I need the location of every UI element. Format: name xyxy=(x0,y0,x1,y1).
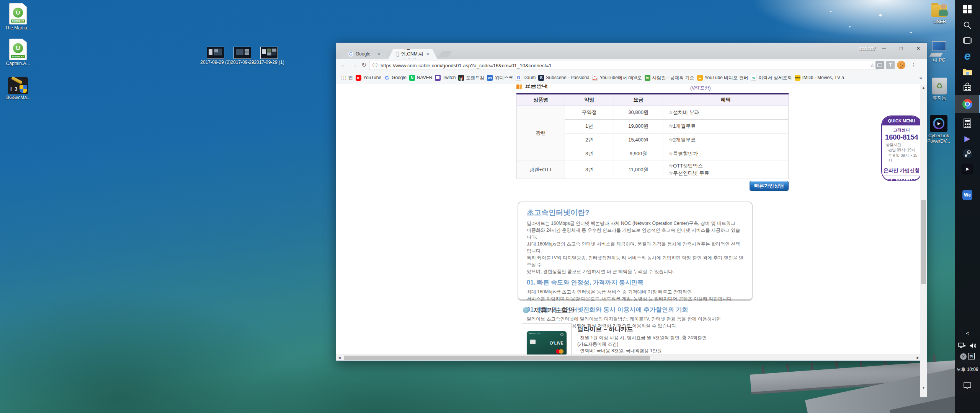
bookmark-saramin[interactable]: in사람인 - 공채의 기준 xyxy=(645,75,694,81)
card-brand-text: D'LIVE xyxy=(550,341,564,345)
fee-cell: 30,800원 xyxy=(614,106,663,119)
chrome-window: G Google ✕ 씨앤엠,CNM,씨앤엠,인터 ✕ asdsdf ─ □ ✕… xyxy=(336,42,927,361)
col-term: 약정 xyxy=(565,94,614,106)
term-cell: 3년 xyxy=(565,161,614,179)
desktop-icon-torrent-1[interactable]: UTORRENT The.Martia... xyxy=(1,3,35,31)
scroll-up-arrow[interactable]: ▲ xyxy=(920,85,927,91)
quick-consult-link[interactable]: 빠른가입상담 xyxy=(882,176,921,182)
wedisk-icon: We xyxy=(962,190,972,200)
vertical-scroll-thumb[interactable] xyxy=(921,200,926,284)
steam-button[interactable] xyxy=(955,145,980,162)
scroll-left-arrow[interactable]: ◀ xyxy=(336,355,343,361)
tray-icons-row2: ✕ 한 xyxy=(955,353,980,360)
extension-t-icon[interactable]: T xyxy=(886,61,895,69)
address-bar[interactable]: ⓘ https://www.cnm-cable.com/goods01.asp?… xyxy=(369,61,878,70)
vertical-scrollbar[interactable]: ▲ ▼ xyxy=(920,85,927,397)
daum-icon: D xyxy=(516,75,521,81)
tray-x-icon[interactable]: ✕ xyxy=(960,353,967,360)
edge-button[interactable]: e xyxy=(955,47,980,64)
term-cell: 무약정 xyxy=(565,106,614,119)
torrentkim-icon xyxy=(458,75,464,81)
back-button[interactable]: ← xyxy=(339,60,349,70)
bookmark-resume[interactable]: w이력서 상세조회 xyxy=(751,75,792,81)
bookmark-youtube[interactable]: ▶YouTube xyxy=(356,75,381,81)
browser-menu-icon[interactable]: ⋮ xyxy=(910,60,918,70)
powerdvd-icon xyxy=(930,115,947,132)
volume-icon[interactable] xyxy=(970,343,977,349)
store-button[interactable] xyxy=(955,79,980,96)
wanted-icon: w xyxy=(751,75,756,81)
benefit-cell: ☆2개월무료 xyxy=(663,133,789,147)
bookmark-ytconverter[interactable]: YouTube 비디오 컨버 xyxy=(697,75,748,81)
forward-button[interactable]: → xyxy=(349,60,359,70)
bookmark-wedisk[interactable]: We위디스크 xyxy=(487,75,513,81)
new-tab-button[interactable] xyxy=(438,51,452,57)
fee-cell: 11,000원 xyxy=(614,161,663,179)
desktop-icon-torrent-2[interactable]: UTORRENT Captain.A... xyxy=(1,39,35,67)
bookmark-google[interactable]: GGoogle xyxy=(384,75,407,81)
kmplayer-button[interactable]: ▶ xyxy=(955,130,980,147)
hidden-icons-chevron[interactable]: < xyxy=(955,330,980,336)
horizontal-scrollbar[interactable]: ◀ ▶ xyxy=(336,354,921,361)
col-fee: 요금 xyxy=(614,94,663,106)
col-benefit: 혜택 xyxy=(663,94,789,106)
powerdvd-button[interactable] xyxy=(955,161,980,177)
scroll-down-arrow[interactable]: ▼ xyxy=(920,385,927,391)
bookmark-naver[interactable]: NNAVER xyxy=(409,75,432,81)
network-icon[interactable] xyxy=(958,343,966,349)
notification-icon xyxy=(964,382,971,389)
ime-korean-indicator[interactable]: 한 xyxy=(968,353,975,359)
google-favicon: G xyxy=(348,52,353,57)
taskbar-clock[interactable]: 오후 10:09 xyxy=(955,366,980,373)
desktop-icon-label: The.Martia... xyxy=(1,26,35,31)
google-icon: G xyxy=(384,75,390,81)
start-button[interactable] xyxy=(955,1,980,18)
tab-close-icon[interactable]: ✕ xyxy=(377,52,381,57)
file-explorer-button[interactable] xyxy=(955,63,980,80)
wedisk-button[interactable]: We xyxy=(955,187,980,203)
fee-cell: 15,400원 xyxy=(614,133,663,147)
desktop-icon-recycle-bin[interactable]: 휴지통 xyxy=(923,78,956,101)
desktop-icon-label: 내 PC xyxy=(923,58,956,63)
quick-consult-button[interactable]: 빠른가입상담 xyxy=(750,181,789,191)
tab-google[interactable]: G Google ✕ xyxy=(340,49,388,59)
benefit-cell: ☆특별할인가 xyxy=(663,147,789,161)
extension-pip-icon[interactable] xyxy=(875,61,884,69)
close-button[interactable]: ✕ xyxy=(910,43,927,54)
scroll-right-arrow[interactable]: ▶ xyxy=(915,355,921,361)
desktop-icon-i3gsvc[interactable]: I 3 I3GSvcMa... xyxy=(1,77,35,101)
bookmark-daum[interactable]: DDaum xyxy=(516,75,536,81)
extension-cookie-icon[interactable] xyxy=(897,61,905,69)
desktop-icon-screenshot-1[interactable]: 2017-09-29 (1) xyxy=(252,47,286,65)
bookmark-twitch[interactable]: Twitch xyxy=(435,75,456,81)
bookmarks-overflow-chevron[interactable]: » xyxy=(920,75,922,81)
store-icon xyxy=(963,83,972,92)
bookmark-torrentkim[interactable]: 토렌트킴 xyxy=(458,75,484,81)
tab-cnm-cable[interactable]: 씨앤엠,CNM,씨앤엠,인터 ✕ xyxy=(388,49,437,59)
bookmark-apps[interactable]: 앱 xyxy=(341,75,353,81)
card-logo-ring xyxy=(560,333,564,336)
tab-close-icon[interactable]: ✕ xyxy=(426,52,430,57)
bookmark-star-icon[interactable]: ☆ xyxy=(870,62,875,68)
search-button[interactable] xyxy=(955,17,980,34)
task-view-icon xyxy=(963,37,972,44)
partner-card-image-box: KEB Hana Card D'LIVE xyxy=(522,323,572,356)
bookmark-subscene[interactable]: SSubscene - Passiona xyxy=(538,75,589,81)
partner-card-details: · 전월 1원 이상 사용 시, 당사요금 월 5천원씩 할인, 총 24회할인… xyxy=(577,335,707,356)
online-signup-link[interactable]: 온라인 가입신청 xyxy=(882,165,921,176)
page-info-icon[interactable]: ⓘ xyxy=(372,62,377,69)
calculator-button[interactable] xyxy=(955,115,980,132)
horizontal-scroll-thumb[interactable] xyxy=(344,356,650,360)
ytmp3-icon: YTmp3 xyxy=(592,75,598,81)
bookmark-imdb[interactable]: IMDbIMDb - Movies, TV a xyxy=(795,75,844,81)
task-view-button[interactable] xyxy=(955,32,980,49)
desktop-icon-user-folder[interactable]: USER xyxy=(923,3,956,25)
yt-converter-icon xyxy=(697,75,703,81)
reload-button[interactable]: ↻ xyxy=(359,60,369,70)
chrome-button[interactable] xyxy=(955,95,980,113)
bookmark-ytmp3[interactable]: YTmp3YouTube에서 mp3로 xyxy=(592,75,642,81)
action-center-button[interactable] xyxy=(955,382,980,391)
desktop-icon-this-pc[interactable]: 내 PC xyxy=(923,41,956,63)
maximize-button[interactable]: □ xyxy=(893,43,910,54)
minimize-button[interactable]: ─ xyxy=(875,43,892,54)
